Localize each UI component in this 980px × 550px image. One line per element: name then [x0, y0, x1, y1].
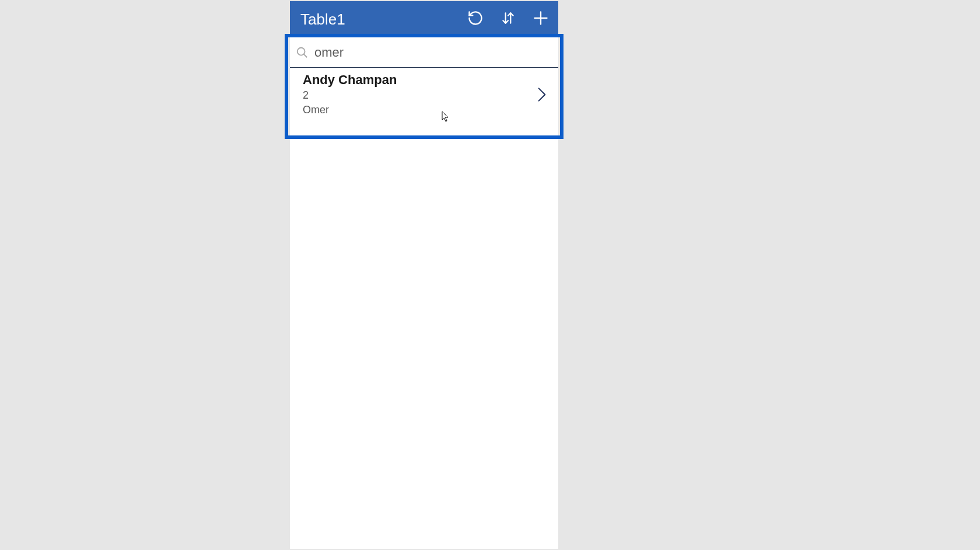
refresh-icon: [467, 10, 484, 29]
app-title: Table1: [300, 11, 345, 29]
svg-line-5: [304, 54, 307, 57]
svg-point-4: [298, 47, 305, 55]
plus-icon: [533, 10, 549, 29]
search-bar: [290, 37, 558, 68]
list-item[interactable]: Andy Champan 2 Omer: [290, 68, 558, 123]
list-item-subtitle-1: 2: [303, 89, 397, 102]
chevron-right-icon: [534, 83, 550, 106]
list-item-title: Andy Champan: [303, 72, 397, 88]
app-header: Table1: [290, 1, 558, 37]
list-item-content: Andy Champan 2 Omer: [303, 72, 397, 117]
sort-icon: [501, 9, 516, 29]
refresh-button[interactable]: [466, 10, 485, 29]
search-input[interactable]: [311, 45, 555, 60]
sort-button[interactable]: [499, 10, 517, 29]
search-icon: [293, 46, 311, 59]
app-container: Table1: [290, 1, 558, 549]
list-item-subtitle-2: Omer: [303, 103, 397, 117]
add-button[interactable]: [531, 10, 550, 29]
header-actions: [466, 10, 550, 29]
